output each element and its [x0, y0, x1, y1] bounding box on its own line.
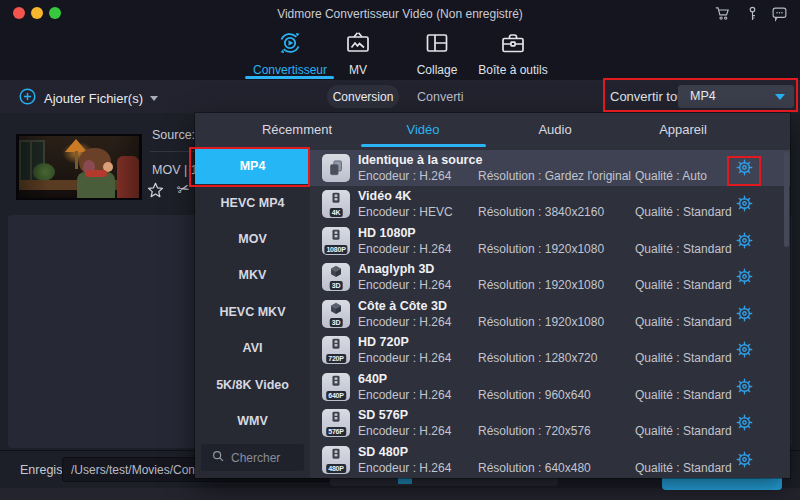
- register-key-icon[interactable]: [744, 5, 761, 22]
- profile-row-480p[interactable]: 480P SD 480P Encodeur : H.264 Résolution…: [310, 442, 790, 478]
- profile-resolution: Résolution : 1280x720: [478, 351, 597, 365]
- profile-encoder: Encodeur : H.264: [358, 169, 451, 183]
- header: Vidmore Convertisseur Vidéo (Non enregis…: [0, 0, 800, 80]
- category-wmv[interactable]: WMV: [195, 403, 310, 439]
- profile-resolution: Résolution : 1920x1080: [478, 278, 604, 292]
- search-box[interactable]: [201, 444, 304, 471]
- cube-3d-icon: 3D: [322, 300, 350, 328]
- profile-row-576p[interactable]: 576P SD 576P Encodeur : H.264 Résolution…: [310, 405, 790, 441]
- film-1080p-icon: 1080P: [322, 227, 350, 255]
- tab-conversion[interactable]: Conversion: [327, 85, 399, 108]
- profile-resolution: Résolution : 960x640: [478, 388, 591, 402]
- settings-gear-icon[interactable]: [736, 305, 754, 323]
- profile-row-source[interactable]: Identique à la source Encodeur : H.264 R…: [310, 150, 790, 186]
- settings-gear-icon[interactable]: [736, 414, 754, 432]
- scrollbar-thumb[interactable]: [784, 152, 789, 247]
- feedback-bubble-icon[interactable]: [771, 5, 788, 22]
- toolbar: Ajouter Fichier(s) Conversion Converti C…: [0, 80, 800, 113]
- profile-name: Identique à la source: [358, 153, 482, 167]
- settings-gear-icon[interactable]: [736, 159, 754, 177]
- format-badge: 480P: [326, 464, 346, 473]
- format-badge: 3D: [330, 318, 343, 327]
- profile-quality: Qualité : Standard: [635, 388, 732, 402]
- profile-name: 640P: [358, 372, 387, 386]
- panel-tab-audio[interactable]: Audio: [538, 122, 571, 137]
- profile-name: Côte à Côte 3D: [358, 299, 447, 313]
- profile-name: SD 480P: [358, 445, 408, 459]
- video-thumbnail-image: [19, 136, 139, 198]
- settings-gear-icon[interactable]: [736, 451, 754, 469]
- profile-row-sidebyside-3d[interactable]: 3D Côte à Côte 3D Encodeur : H.264 Résol…: [310, 296, 790, 332]
- profile-encoder: Encodeur : H.264: [358, 315, 451, 329]
- convert-all-dropdown[interactable]: MP4: [678, 85, 794, 108]
- category-mkv[interactable]: MKV: [195, 257, 310, 293]
- chevron-down-icon: [150, 96, 158, 101]
- profile-quality: Qualité : Standard: [635, 461, 732, 475]
- copy-icon: [322, 154, 350, 182]
- tab-label: Boîte à outils: [458, 63, 568, 77]
- divider: [150, 151, 195, 152]
- converter-icon: [277, 42, 303, 59]
- settings-gear-icon[interactable]: [736, 268, 754, 286]
- app-window: Vidmore Convertisseur Vidéo (Non enregis…: [0, 0, 800, 500]
- profile-encoder: Encodeur : H.264: [358, 278, 451, 292]
- add-files-label: Ajouter Fichier(s): [44, 91, 143, 106]
- profile-encoder: Encodeur : H.264: [358, 242, 451, 256]
- profile-resolution: Résolution : Gardez l'original: [478, 169, 631, 183]
- category-5k8k[interactable]: 5K/8K Video: [195, 366, 310, 402]
- plus-circle-icon: [18, 87, 37, 110]
- profile-quality: Qualité : Standard: [635, 205, 732, 219]
- search-input[interactable]: [231, 451, 293, 465]
- settings-gear-icon[interactable]: [736, 378, 754, 396]
- category-hevc-mp4[interactable]: HEVC MP4: [195, 184, 310, 220]
- profile-quality: Qualité : Standard: [635, 242, 732, 256]
- profile-name: Anaglyph 3D: [358, 262, 434, 276]
- profile-name: HD 1080P: [358, 226, 416, 240]
- effect-star-icon[interactable]: [146, 181, 166, 201]
- profile-row-1080p[interactable]: 1080P HD 1080P Encodeur : H.264 Résoluti…: [310, 223, 790, 259]
- profile-list: Identique à la source Encodeur : H.264 R…: [310, 150, 790, 478]
- format-badge: 1080P: [324, 245, 347, 254]
- profile-row-anaglyph-3d[interactable]: 3D Anaglyph 3D Encodeur : H.264 Résoluti…: [310, 259, 790, 295]
- collage-grid-icon: [424, 42, 450, 59]
- cut-scissors-icon[interactable]: ✂: [175, 179, 192, 200]
- format-badge: 4K: [330, 208, 343, 217]
- profile-row-640p[interactable]: 640P 640P Encodeur : H.264 Résolution : …: [310, 369, 790, 405]
- settings-gear-icon[interactable]: [736, 195, 754, 213]
- profile-row-4k[interactable]: 4K Vidéo 4K Encodeur : HEVC Résolution :…: [310, 186, 790, 222]
- panel-tab-video[interactable]: Vidéo: [406, 122, 439, 137]
- category-avi[interactable]: AVI: [195, 330, 310, 366]
- profile-resolution: Résolution : 1920x1080: [478, 315, 604, 329]
- profile-quality: Qualité : Standard: [635, 315, 732, 329]
- profile-name: SD 576P: [358, 408, 408, 422]
- profile-row-720p[interactable]: 720P HD 720P Encodeur : H.264 Résolution…: [310, 332, 790, 368]
- format-badge: 640P: [326, 391, 346, 400]
- profile-resolution: Résolution : 640x480: [478, 461, 591, 475]
- search-icon: [211, 449, 225, 467]
- add-files-button[interactable]: Ajouter Fichier(s): [18, 87, 158, 110]
- video-thumbnail: [16, 134, 142, 200]
- profile-resolution: Résolution : 3840x2160: [478, 205, 604, 219]
- category-mp4[interactable]: MP4: [195, 148, 310, 184]
- film-4k-icon: 4K: [322, 190, 350, 218]
- category-mov[interactable]: MOV: [195, 221, 310, 257]
- film-720p-icon: 720P: [322, 336, 350, 364]
- source-label: Source: ': [152, 128, 201, 142]
- profile-quality: Qualité : Standard: [635, 424, 732, 438]
- category-hevc-mkv[interactable]: HEVC MKV: [195, 294, 310, 330]
- tab-converti[interactable]: Converti: [417, 90, 464, 104]
- active-tab-underline: [245, 76, 334, 79]
- panel-tab-recemment[interactable]: Récemment: [262, 122, 332, 137]
- settings-gear-icon[interactable]: [736, 232, 754, 250]
- format-badge: 720P: [326, 354, 346, 363]
- cart-icon[interactable]: [714, 5, 731, 22]
- toolbox-icon: [500, 42, 526, 59]
- panel-tab-appareil[interactable]: Appareil: [659, 122, 707, 137]
- format-badge: 3D: [330, 281, 343, 290]
- settings-gear-icon[interactable]: [736, 341, 754, 359]
- profile-quality: Qualité : Standard: [635, 351, 732, 365]
- tab-boite-a-outils[interactable]: Boîte à outils: [458, 30, 568, 77]
- convert-all-value: MP4: [690, 89, 716, 103]
- profile-name: HD 720P: [358, 335, 409, 349]
- profile-resolution: Résolution : 720x576: [478, 424, 591, 438]
